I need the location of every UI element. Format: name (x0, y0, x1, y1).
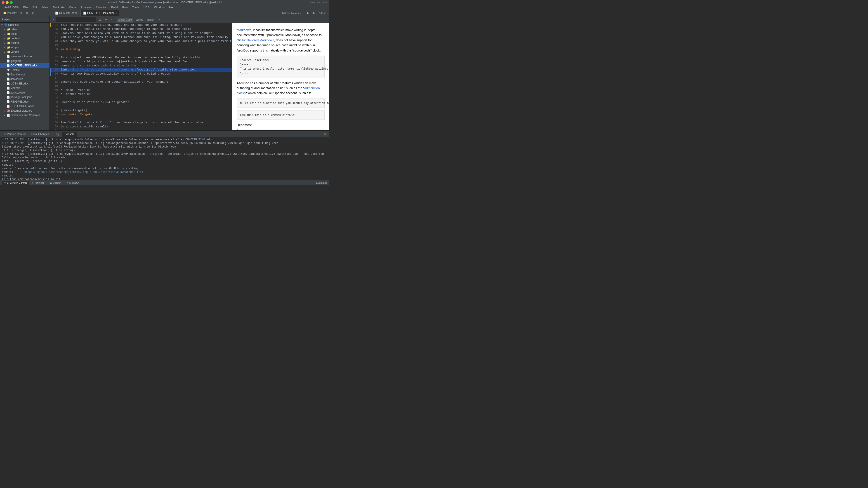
menu-navigate[interactable]: Navigate (52, 5, 65, 9)
tab-terminal[interactable]: > Terminal (30, 180, 46, 185)
git-btn[interactable]: Git: ✓ (318, 11, 327, 15)
sidebar-item-package-json[interactable]: 📄 package.json (0, 90, 50, 95)
search-match-case[interactable]: Match Case (117, 18, 133, 22)
maximize-button[interactable] (10, 1, 13, 4)
menu-view[interactable]: View (41, 5, 49, 9)
menu-code[interactable]: Code (68, 5, 77, 9)
sidebar-item-gemfile-lock[interactable]: 💎 Gemfile.lock (0, 72, 50, 77)
table-row: 53 generated link:https://jenkins.io[jen… (50, 60, 232, 64)
search-prev[interactable]: ▲ (98, 18, 103, 22)
admonition-link[interactable]: admonition blocks (237, 86, 320, 95)
tab-console[interactable]: Console (62, 131, 77, 137)
console-content: ↑ 12:58:51.234: [jenkins.io] git -c core… (0, 137, 329, 180)
list-item: remote: https://github.com/romenrg/jenki… (2, 170, 327, 174)
github-markdown-link[interactable]: GitHub flavored Markdown (237, 38, 274, 42)
search-next[interactable]: ▼ (103, 18, 108, 22)
sidebar-item-scratches[interactable]: ▶ 📝 Scratches and Consoles (0, 113, 50, 118)
menu-intellij[interactable]: IntelliJ IDEA (2, 5, 20, 9)
search-regex[interactable]: Regex (145, 18, 156, 22)
menu-file[interactable]: File (22, 5, 29, 9)
search-help[interactable]: ? (157, 18, 161, 22)
menu-edit[interactable]: Edit (32, 5, 38, 9)
menu-run[interactable]: Run (121, 5, 129, 9)
sidebar-item-readme[interactable]: 📄 README.adoc (0, 99, 50, 104)
tab-local-changes[interactable]: Local Changes (29, 131, 52, 137)
run-btn[interactable]: ▶ (306, 11, 310, 15)
idea-label: .idea (11, 28, 17, 31)
tab-contributing-close[interactable]: × (115, 12, 117, 14)
search-close[interactable]: × (52, 18, 55, 22)
gemfilelock-label: Gemfile.lock (10, 73, 25, 76)
menu-tools[interactable]: Tools (131, 5, 140, 9)
idea-icon: 📁 (7, 28, 10, 31)
tab-version-control[interactable]: ⟳ Version Control (2, 131, 28, 137)
table-row: 65 [[make-targets]] (50, 108, 232, 112)
menu-help[interactable]: Help (168, 5, 176, 9)
tab-contributing[interactable]: 📄 CONTRIBUTING.adoc × (81, 10, 119, 16)
packagelock-label: package-lock.json (10, 96, 32, 99)
sidebar-item-external-libraries[interactable]: ▶ 📚 External Libraries (0, 108, 50, 113)
tab-log[interactable]: Log (52, 131, 61, 137)
sidebar-root[interactable]: ▼ 🔵 jenkins.io (0, 23, 50, 27)
sidebar-item-vendor[interactable]: ▶ 📁 vendor (0, 50, 50, 54)
tab-version-control-bottom[interactable]: ⟳ 9: Version Control (2, 180, 29, 185)
code-editor[interactable]: 44 This requires some additional tools a… (50, 23, 232, 130)
awestruct-label: .awestruct_ignore (10, 55, 32, 58)
tab-docker[interactable]: 🐳 Docker (47, 180, 63, 185)
toolbar-settings[interactable]: ⚙ (30, 11, 35, 15)
sidebar-item-jenkinsfile[interactable]: 📄 Jenkinsfile (0, 77, 50, 81)
zoom-level: 100% (309, 1, 315, 4)
sidebar-item-package-lock[interactable]: 📄 package-lock.json (0, 95, 50, 99)
sidebar-item-gemfile[interactable]: 💎 Gemfile (0, 68, 50, 72)
clock: Sat 13:09 (317, 1, 327, 4)
menu-refactor[interactable]: Refactor (95, 5, 107, 9)
tab-readme[interactable]: 📄 README.adoc (53, 10, 80, 16)
sidebar-item-makefile[interactable]: 📄 Makefile (0, 86, 50, 90)
search-bar: × ▲ ▼ × Match Case Words Regex ? (50, 16, 329, 23)
vc-bottom-icon: ⟳ (4, 182, 6, 184)
search-input[interactable] (56, 17, 97, 22)
toolbar-collapse[interactable]: ⊖ (25, 11, 29, 15)
debug-btn[interactable]: 🐛 (311, 11, 317, 15)
tab-readme-icon: 📄 (55, 11, 58, 15)
tab-contributing-label: CONTRIBUTING.adoc (87, 11, 115, 15)
vendor-icon: 📁 (7, 51, 10, 54)
sidebar-item-contributing[interactable]: 📄 CONTRIBUTING.adoc (0, 63, 50, 68)
menu-analyze[interactable]: Analyze (80, 5, 92, 9)
console-pr-link[interactable]: https://github.com/romenrg/jenkins.io/pu… (24, 170, 143, 174)
table-row: 48 When they are ready you will push you… (50, 39, 232, 43)
add-config-btn[interactable]: Add Configuration... (280, 11, 305, 15)
event-log-btn[interactable]: Event Log (316, 182, 327, 184)
table-row: 63 Docker must be version 17.04 or great… (50, 100, 232, 104)
tab-todo[interactable]: ✓ 8: TODO (64, 180, 81, 185)
search-words[interactable]: Words (134, 18, 145, 22)
search-close2[interactable]: × (110, 18, 113, 22)
sidebar-item-awestruct-ignore[interactable]: 📄 .awestruct_ignore (0, 54, 50, 59)
menu-build[interactable]: Build (110, 5, 119, 9)
sidebar-item-idea[interactable]: ▶ 📁 .idea (0, 27, 50, 32)
toolbar-sync[interactable]: ⟳ (19, 11, 24, 15)
packagejson-label: package.json (10, 91, 26, 94)
sidebar-item-build[interactable]: ▶ 📁 build (0, 32, 50, 36)
sidebar-item-license[interactable]: 📄 LICENSE.adoc (0, 81, 50, 86)
menu-vcs[interactable]: VCS (143, 5, 151, 9)
table-row: 50 == Building (50, 47, 232, 52)
close-button[interactable] (2, 1, 4, 4)
sidebar-item-docker[interactable]: ▶ 📁 docker (0, 41, 50, 45)
project-dropdown[interactable]: 📁 Project ▾ (2, 11, 18, 15)
table-row: 67 (50, 117, 232, 121)
scripts-icon: 📁 (7, 46, 10, 49)
todo-label: 8: TODO (69, 182, 79, 184)
sidebar-item-styleguide[interactable]: 📄 STYLEGUIDE.adoc (0, 104, 50, 108)
code-block-asciidoc: [source, asciidoc] \---- This is where I… (237, 56, 324, 78)
markdown-link[interactable]: Markdown (237, 28, 251, 32)
table-row: 55 link:https://github.com/awestruct/awe… (50, 68, 232, 72)
minimize-button[interactable] (6, 1, 8, 4)
notice-raw-block: NOTE: This is a notice that you should p… (237, 98, 324, 108)
gitignore-label: .gitignore (10, 59, 22, 63)
sidebar-item-scripts[interactable]: ▶ 📁 scripts (0, 45, 50, 50)
bottom-settings-btn[interactable]: ⚙ (322, 132, 327, 137)
menu-window[interactable]: Window (153, 5, 165, 9)
sidebar-item-gitignore[interactable]: 📄 .gitignore (0, 59, 50, 63)
sidebar-item-content[interactable]: ▶ 📁 content (0, 36, 50, 41)
